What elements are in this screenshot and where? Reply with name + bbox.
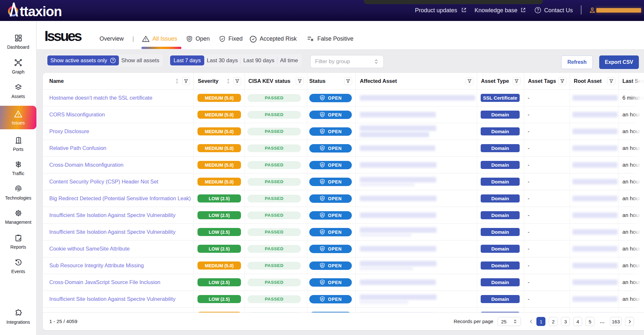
svg-text:@: @ <box>321 264 324 267</box>
svg-text:@: @ <box>321 213 324 217</box>
svg-text:@: @ <box>321 197 324 200</box>
svg-text:@: @ <box>321 96 324 99</box>
svg-text:@: @ <box>188 37 191 40</box>
svg-text:@: @ <box>321 247 324 250</box>
svg-text:@: @ <box>321 281 324 284</box>
svg-text:@: @ <box>321 130 324 133</box>
svg-text:ttaxion: ttaxion <box>20 4 62 19</box>
svg-text:@: @ <box>321 146 324 150</box>
svg-text:@: @ <box>321 297 324 301</box>
svg-text:@: @ <box>321 180 324 183</box>
svg-text:@: @ <box>321 113 324 116</box>
svg-text:@: @ <box>321 163 324 166</box>
svg-text:@: @ <box>321 230 324 233</box>
